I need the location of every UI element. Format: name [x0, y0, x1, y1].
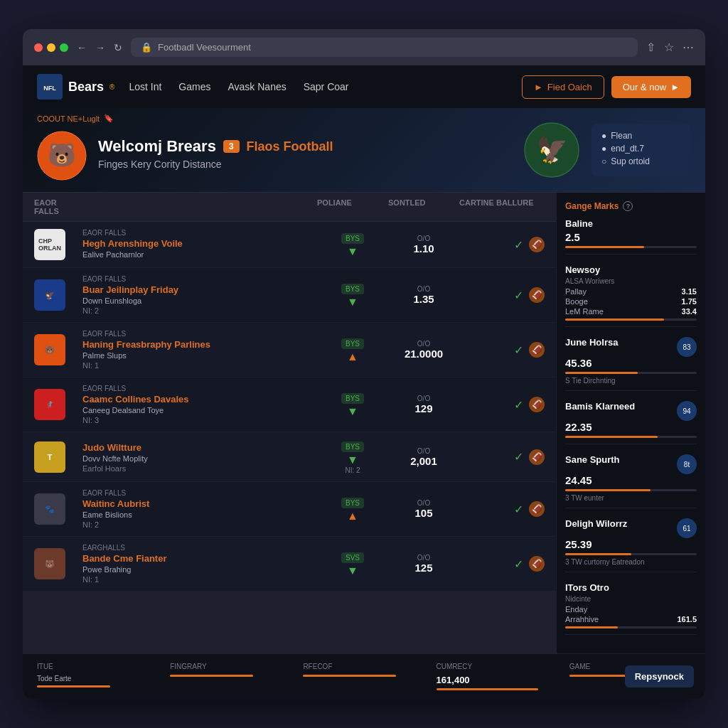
game-title-1: Buar Jeilinplay Friday [82, 284, 317, 295]
svg-text:NFL: NFL [43, 85, 56, 92]
hero-description: Finges Kery Cority Distance [98, 159, 512, 170]
sidebar-divider-5 [565, 572, 697, 572]
team-logo-6: 🐻 [34, 548, 65, 579]
hero-bear-logo: 🐻 [37, 131, 87, 181]
action-check-4[interactable]: ✓ [514, 450, 523, 464]
nav-item-avask[interactable]: Avask Nanes [228, 78, 286, 95]
odds-col-2: O/O 21.0000 [388, 340, 459, 360]
progress-fill-6 [565, 626, 618, 628]
action-football-3[interactable]: 🏈 [529, 397, 545, 412]
player-sub-2: S Tie Dirchnting [565, 377, 697, 385]
action-football-6[interactable]: 🏈 [529, 556, 545, 572]
progress-fill-1 [565, 318, 664, 321]
action-check-6[interactable]: ✓ [514, 557, 523, 571]
bookmark-icon[interactable]: ☆ [664, 41, 674, 54]
url-bar[interactable]: 🔒 Footbadl Veesourment [131, 38, 638, 57]
game-row[interactable]: CHPORLAN Eaor Falls Hegh Arenshinge Voil… [23, 222, 556, 268]
sidebar-player-0: Baline 2.5 [565, 218, 697, 255]
stat-row: LeM Rame 33.4 [565, 307, 697, 316]
progress-bar-6 [565, 626, 697, 628]
sidebar-divider-2 [565, 390, 697, 391]
sys-badge-0: BYS [341, 233, 364, 244]
nav-items: Lost Int Games Avask Nanes Sapr Coar [129, 78, 522, 95]
action-check-2[interactable]: ✓ [514, 343, 523, 357]
refresh-icon[interactable]: ↻ [114, 42, 122, 53]
action-football-4[interactable]: 🏈 [529, 449, 545, 465]
action-football-2[interactable]: 🏈 [529, 342, 545, 358]
forward-icon[interactable]: → [95, 42, 105, 53]
player-name-2: June Holrsa [565, 337, 677, 348]
share-icon[interactable]: ⇧ [646, 41, 655, 54]
sys-badge-4: BYS [341, 441, 364, 452]
game-row[interactable]: 🦸 Eaor Falls Caamc Collines Davales Cane… [23, 378, 556, 432]
action-football-1[interactable]: 🏈 [529, 287, 545, 303]
odds-label-3: O/O [388, 395, 459, 402]
game-num-6: NI: 1 [82, 575, 317, 584]
stat-row: Booge 1.75 [565, 297, 697, 306]
action-check-1[interactable]: ✓ [514, 289, 523, 302]
game-row[interactable]: 🐾 Eaor Falls Waitinc Aubrist Eame Bislio… [23, 482, 556, 537]
our-now-button[interactable]: Our & now ► [611, 76, 691, 98]
sys-col-3: BYS ▼ [317, 391, 388, 418]
player-avatar-2: 83 [677, 337, 697, 357]
sidebar-info-icon[interactable]: ? [623, 201, 633, 211]
game-row[interactable]: 🐻 Eaor Falls Haning Freasbraphy Parlines… [23, 323, 556, 378]
team-logo-3: 🦸 [34, 389, 65, 420]
repsynock-badge: Repsynock [625, 665, 694, 687]
dot-yellow[interactable] [47, 43, 55, 52]
odds-value-5: 105 [388, 507, 459, 519]
bottom-section: Itue Tode Earte Fingrary Rfecof Cumrecy … [23, 653, 705, 699]
nav-reg-mark: ® [109, 83, 114, 91]
action-football-5[interactable]: 🏈 [529, 501, 545, 517]
sidebar-player-3: Bamis Klarneed 94 22.35 [565, 401, 697, 444]
sidebar-player-4: Sane Spurth 8t 24.45 3 TW eunter [565, 454, 697, 508]
player-label-1: ALSA Woriwers [565, 277, 697, 285]
game-row[interactable]: 🦅 Eaor Falls Buar Jeilinplay Friday Down… [23, 268, 556, 323]
dot-red[interactable] [34, 43, 43, 52]
nav-item-games[interactable]: Games [178, 78, 210, 95]
fied-oaich-button[interactable]: ► Fied Oaich [522, 75, 604, 99]
header-col1: Eaor Falls [34, 198, 77, 215]
sys-arrow-1: ▼ [317, 296, 388, 309]
back-icon[interactable]: ← [77, 42, 87, 53]
stat-main-value: 2.5 [565, 231, 697, 243]
actions-col-6: ✓ 🏈 [459, 556, 545, 572]
game-num-1: NI: 2 [82, 306, 317, 315]
stat-main-value: 24.45 [565, 474, 697, 486]
action-check-0[interactable]: ✓ [514, 238, 523, 252]
game-detail-6: Powe Brahing [82, 565, 317, 574]
odds-col-0: O/O 1.10 [388, 235, 459, 255]
odds-label-6: O/O [388, 554, 459, 562]
odds-col-6: O/O 125 [388, 554, 459, 574]
hero-text: Welcomj Brears 3 Flaos Football Finges K… [98, 137, 512, 170]
progress-bar-5 [565, 553, 697, 555]
odds-value-3: 129 [388, 402, 459, 414]
sys-col-4: BYS ▼ NI: 2 [317, 439, 388, 474]
game-row[interactable]: T Judo Wiltture Dovv Ncfte Moplity Earfo… [23, 432, 556, 482]
bottom-col-1: Fingrary [170, 663, 291, 690]
dot-green[interactable] [60, 43, 68, 52]
action-check-5[interactable]: ✓ [514, 503, 523, 516]
game-label-1: Eaor Falls [82, 275, 317, 283]
nav-item-lost-int[interactable]: Lost Int [129, 78, 161, 95]
game-info-2: Eaor Falls Haning Freasbraphy Parlines P… [77, 330, 317, 370]
stat-row: Arrahhive 161.5 [565, 615, 697, 623]
progress-fill-0 [565, 246, 644, 248]
sys-badge-5: BYS [341, 498, 364, 508]
actions-col-4: ✓ 🏈 [459, 449, 545, 465]
player-label-6: Nidcinte [565, 595, 697, 603]
player-header-1: Newsoy ALSA Woriwers [565, 264, 697, 287]
menu-icon[interactable]: ⋯ [682, 41, 694, 54]
sys-badge-1: BYS [341, 284, 364, 294]
action-check-3[interactable]: ✓ [514, 398, 523, 412]
hero-team-logo-right: 🦅 [523, 122, 580, 178]
action-football-0[interactable]: 🏈 [529, 237, 545, 252]
player-avatar-4: 8t [677, 454, 697, 474]
nav-item-sapr[interactable]: Sapr Coar [304, 78, 349, 95]
game-info-5: Eaor Falls Waitinc Aubrist Eame Bislions… [77, 489, 317, 529]
actions-col-5: ✓ 🏈 [459, 501, 545, 517]
game-label-6: Earghalls [82, 544, 317, 552]
game-label-0: Eaor Falls [82, 229, 317, 237]
bottom-slider-2 [303, 675, 395, 677]
game-row[interactable]: 🐻 Earghalls Bande Cme Fianter Powe Brahi… [23, 537, 556, 592]
